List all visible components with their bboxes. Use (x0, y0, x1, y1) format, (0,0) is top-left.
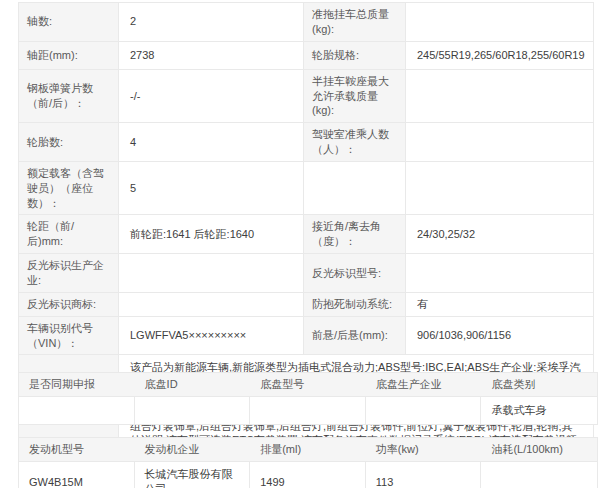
engine-manufacturer-value: 长城汽车股份有限公司 (135, 462, 251, 488)
trailer-mass-value (406, 3, 594, 42)
vin-value: LGWFFVA5××××××××× (119, 317, 304, 356)
overhang-value: 906/1036,906/1156 (406, 317, 594, 356)
seating-capacity-label: 额定载客（含驾驶员）（座位数）： (19, 162, 119, 216)
chassis-model-value (250, 397, 366, 424)
engine-fuel-value (481, 462, 597, 488)
vin-label: 车辆识别代号（VIN）： (19, 317, 119, 356)
chassis-table: 是否同期申报 底盘ID 底盘型号 底盘生产企业 底盘类别 承载式车身 (18, 372, 598, 425)
wheelbase-value: 2738 (119, 42, 304, 70)
spec-row-vin: 车辆识别代号（VIN）： LGWFFVA5××××××××× 前悬/后悬(mm)… (19, 317, 594, 356)
wheelbase-label: 轴距(mm): (19, 42, 119, 70)
approach-angle-value: 24/30,25/32 (406, 215, 594, 254)
engine-header-manufacturer: 发动机企业 (135, 438, 251, 461)
engine-table: 发动机型号 发动机企业 排量(ml) 功率(kw) 油耗(L/100km) GW… (18, 437, 598, 488)
chassis-header-model: 底盘型号 (250, 373, 366, 396)
track-width-label: 轮距（前/后)mm: (19, 215, 119, 254)
chassis-header-id: 底盘ID (135, 373, 251, 396)
reflector-model-label: 反光标识型号: (304, 254, 406, 293)
spec-row-wheelbase: 轴距(mm): 2738 轮胎规格: 245/55R19,265/60R18,2… (19, 42, 594, 70)
chassis-data-row: 承载式车身 (19, 397, 597, 424)
chassis-id-value (135, 397, 251, 424)
seating-capacity-value: 5 (119, 162, 304, 216)
abs-system-label: 防抱死制动系统: (304, 293, 406, 317)
tire-count-value: 4 (119, 123, 304, 162)
engine-header-fuel: 油耗(L/100km) (481, 438, 597, 461)
overhang-label: 前悬/后悬(mm): (304, 317, 406, 356)
engine-data-row: GW4B15M 长城汽车股份有限公司 1499 113 (19, 462, 597, 488)
approach-angle-label: 接近角/离去角（度）： (304, 215, 406, 254)
axle-count-value: 2 (119, 3, 304, 42)
engine-header-displacement: 排量(ml) (250, 438, 366, 461)
engine-header-power: 功率(kw) (366, 438, 482, 461)
empty-cell (304, 162, 406, 216)
spec-row-leaf-springs: 钢板弹簧片数（前/后）： -/- 半挂车鞍座最大允许承载质量(kg): (19, 70, 594, 124)
reflector-maker-label: 反光标识生产企业: (19, 254, 119, 293)
spec-row-track: 轮距（前/后)mm: 前轮距:1641 后轮距:1640 接近角/离去角（度）：… (19, 215, 594, 254)
cab-occupants-value (406, 123, 594, 162)
engine-header-row: 发动机型号 发动机企业 排量(ml) 功率(kw) 油耗(L/100km) (19, 438, 597, 462)
abs-system-value: 有 (406, 293, 594, 317)
chassis-manufacturer-value (366, 397, 482, 424)
track-width-value: 前轮距:1641 后轮距:1640 (119, 215, 304, 254)
tire-spec-label: 轮胎规格: (304, 42, 406, 70)
spec-row-reflector-maker: 反光标识生产企业: 反光标识型号: (19, 254, 594, 293)
saddle-load-label: 半挂车鞍座最大允许承载质量(kg): (304, 70, 406, 124)
reflector-model-value (406, 254, 594, 293)
saddle-load-value (406, 70, 594, 124)
tire-spec-value: 245/55R19,265/60R18,255/60R19 (406, 42, 594, 70)
tire-count-label: 轮胎数: (19, 123, 119, 162)
axle-count-label: 轴数: (19, 3, 119, 42)
chassis-header-row: 是否同期申报 底盘ID 底盘型号 底盘生产企业 底盘类别 (19, 373, 597, 397)
engine-displacement-value: 1499 (250, 462, 366, 488)
spec-row-reflector-brand: 反光标识商标: 防抱死制动系统: 有 (19, 293, 594, 317)
engine-header-model: 发动机型号 (19, 438, 135, 461)
empty-cell (406, 162, 594, 216)
chassis-category-value: 承载式车身 (481, 397, 597, 424)
reflector-brand-value (119, 293, 304, 317)
chassis-header-manufacturer: 底盘生产企业 (366, 373, 482, 396)
chassis-header-category: 底盘类别 (481, 373, 597, 396)
spec-row-axles: 轴数: 2 准拖挂车总质量(kg): (19, 3, 594, 42)
vehicle-spec-page: 轴数: 2 准拖挂车总质量(kg): 轴距(mm): 2738 轮胎规格: 24… (0, 0, 600, 488)
chassis-same-period-value (19, 397, 135, 424)
spec-row-tire-count: 轮胎数: 4 驾驶室准乘人数（人）： (19, 123, 594, 162)
reflector-maker-value (119, 254, 304, 293)
cab-occupants-label: 驾驶室准乘人数（人）： (304, 123, 406, 162)
leaf-spring-value: -/- (119, 70, 304, 124)
engine-model-value: GW4B15M (19, 462, 135, 488)
leaf-spring-label: 钢板弹簧片数（前/后）： (19, 70, 119, 124)
engine-power-value: 113 (366, 462, 482, 488)
spec-row-seating: 额定载客（含驾驶员）（座位数）： 5 (19, 162, 594, 216)
chassis-header-same-period: 是否同期申报 (19, 373, 135, 396)
trailer-mass-label: 准拖挂车总质量(kg): (304, 3, 406, 42)
reflector-brand-label: 反光标识商标: (19, 293, 119, 317)
